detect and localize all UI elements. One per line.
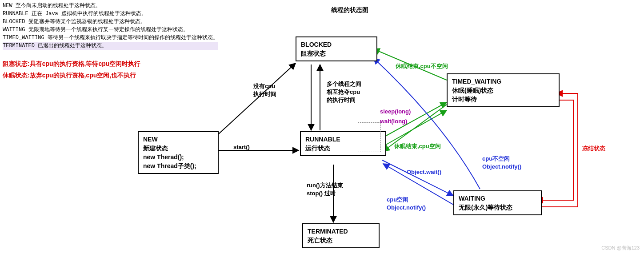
node-new-sub2: new Therad(); [143, 153, 213, 161]
svg-line-9 [382, 160, 453, 196]
svg-line-6 [382, 110, 447, 147]
diagram-canvas: { "title": "线程的状态图", "legend": { "new": … [0, 0, 644, 254]
label-wait-long: wait(long) [380, 117, 407, 125]
watermark: CSDN @苦海123 [601, 245, 640, 251]
legend-block: NEW 至今尚未启动的线程处于这种状态。 RUNNABLE 正在 Java 虚拟… [3, 2, 218, 50]
node-new-sub3: new Thread子类(); [143, 161, 213, 170]
label-start: start() [233, 143, 250, 151]
legend-timed-waiting: TIMED_WAITING 等待另一个线程来执行取决于指定等待时间的操作的线程处… [3, 34, 218, 42]
node-waiting-sub1: 无限(永久)等待状态 [459, 203, 536, 212]
label-cpu-idle-notify: cpu空闲 Object.notify() [387, 196, 426, 212]
selection-box [358, 122, 381, 152]
red-notes: 阻塞状态:具有cpu的执行资格,等待cpu空闲时执行 休眠状态:放弃cpu的执行… [3, 58, 140, 81]
label-cpu-busy-notify: cpu不空闲 Object.notify() [482, 155, 521, 171]
node-term-title: TERMINATED [308, 227, 374, 236]
node-term-sub1: 死亡状态 [308, 236, 374, 245]
node-new-title: NEW [143, 135, 213, 144]
legend-blocked: BLOCKED 受阻塞并等待某个监视器锁的线程处于这种状态。 [3, 18, 218, 26]
node-terminated: TERMINATED 死亡状态 [302, 223, 380, 248]
node-blocked-sub1: 阻塞状态 [301, 49, 372, 58]
node-tw-title: TIMED_WAITING [452, 77, 554, 86]
node-tw-sub2: 计时等待 [452, 95, 554, 104]
node-new: NEW 新建状态 new Therad(); new Thread子类(); [138, 131, 219, 174]
label-sleep-long: sleep(long) [380, 108, 411, 116]
node-waiting: WAITING 无限(永久)等待状态 [453, 190, 542, 215]
svg-line-1 [213, 63, 296, 139]
node-blocked: BLOCKED 阻塞状态 [296, 36, 377, 61]
label-run-stop: run()方法结束 stop() 过时 [307, 181, 343, 198]
legend-waiting: WAITING 无限期地等待另一个线程来执行某一特定操作的线程处于这种状态。 [3, 26, 218, 34]
label-obj-wait: Object.wait() [407, 168, 441, 176]
legend-runnable: RUNNABLE 正在 Java 虚拟机中执行的线程处于这种状态。 [3, 10, 218, 18]
diagram-title: 线程的状态图 [331, 6, 368, 14]
node-tw-sub1: 休眠(睡眠)状态 [452, 86, 554, 95]
label-frozen: 冻结状态 [582, 145, 605, 153]
label-contend: 多个线程之间 相互抢夺cpu 的执行时间 [327, 80, 361, 104]
label-wake-idle: 休眠结束,cpu空闲 [394, 142, 441, 150]
note-sleep-def: 休眠状态:放弃cpu的执行资格,cpu空闲,也不执行 [3, 69, 140, 81]
legend-new: NEW 至今尚未启动的线程处于这种状态。 [3, 2, 218, 10]
node-timed-waiting: TIMED_WAITING 休眠(睡眠)状态 计时等待 [447, 73, 560, 107]
label-no-cpu: 没有cpu 执行时间 [253, 82, 276, 98]
node-new-sub1: 新建状态 [143, 144, 213, 153]
note-blocked-def: 阻塞状态:具有cpu的执行资格,等待cpu空闲时执行 [3, 58, 140, 69]
node-blocked-title: BLOCKED [301, 40, 372, 49]
label-wake-busy: 休眠结束,cpu不空闲 [396, 62, 448, 70]
legend-terminated: TERMINATED 已退出的线程处于这种状态。 [3, 42, 218, 50]
node-waiting-title: WAITING [459, 194, 536, 203]
